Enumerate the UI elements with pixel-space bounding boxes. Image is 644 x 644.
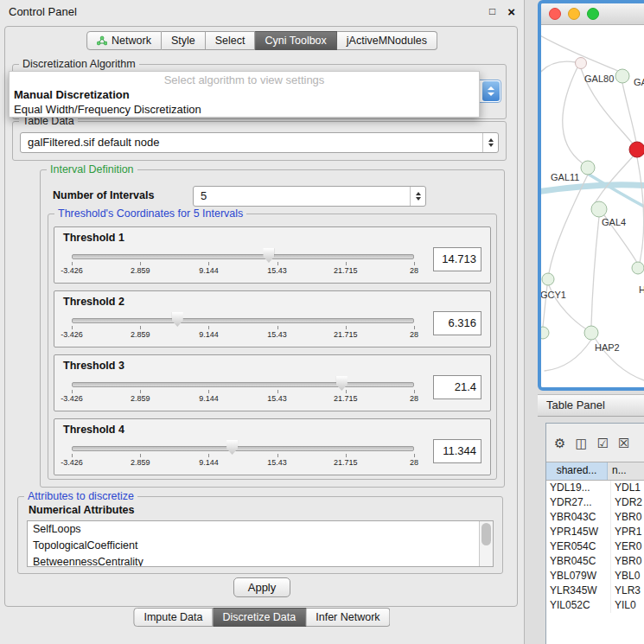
table-row[interactable]: YIL052CYIL0: [546, 598, 644, 613]
slider-tick: [140, 390, 141, 393]
slider-tick: [277, 262, 278, 265]
threshold-slider[interactable]: -3.4262.8599.14415.4321.71528: [72, 245, 414, 278]
minimize-window-icon[interactable]: [568, 8, 580, 20]
slider-tick: [140, 262, 141, 265]
network-edge[interactable]: [541, 61, 576, 77]
select-all-icon[interactable]: ☑: [597, 437, 609, 450]
control-panel-window: Control Panel □ × NetworkStyleSelectCyni…: [0, 0, 525, 644]
network-node[interactable]: [584, 326, 598, 340]
cell-shared-name: YLR345W: [546, 583, 611, 598]
slider-thumb[interactable]: [263, 248, 274, 263]
attribute-list: SelfLoopsTopologicalCoefficientBetweenne…: [28, 521, 479, 567]
slider-tick: [414, 454, 415, 457]
settings-icon[interactable]: ⚙: [554, 437, 565, 450]
close-panel-icon[interactable]: ×: [507, 4, 515, 19]
network-edge-highlighted[interactable]: [541, 185, 644, 192]
zoom-window-icon[interactable]: [587, 8, 599, 20]
table-panel-header[interactable]: Table Panel: [538, 394, 644, 417]
clear-selection-icon[interactable]: ☒: [618, 437, 629, 450]
network-edge[interactable]: [591, 217, 599, 326]
network-node[interactable]: [541, 327, 549, 339]
slider-tick: [72, 326, 73, 329]
tab-infer-network[interactable]: Infer Network: [306, 608, 390, 627]
network-node-selected[interactable]: [629, 142, 644, 157]
columns-icon[interactable]: ◫: [575, 437, 587, 450]
algorithm-option-equal-width-frequency-discretization[interactable]: Equal Width/Frequency Discretization: [10, 102, 479, 117]
network-node[interactable]: [591, 201, 607, 217]
slider-track: [72, 446, 414, 451]
network-window-titlebar[interactable]: [541, 3, 644, 25]
combo-stepper-icon[interactable]: [482, 81, 500, 101]
panel-title: Control Panel: [9, 5, 77, 18]
network-node[interactable]: [542, 273, 554, 285]
attributes-group-title: Attributes to discretize: [24, 490, 137, 502]
table-row[interactable]: YDL19...YDL1: [546, 481, 644, 495]
table-row[interactable]: YLR345WYLR3: [546, 583, 644, 598]
threshold-value-field[interactable]: 21.4: [433, 375, 481, 399]
network-node[interactable]: [576, 58, 587, 69]
num-intervals-combobox[interactable]: 5: [193, 186, 426, 207]
tab-style[interactable]: Style: [162, 31, 206, 50]
thresholds-group: Threshold's Coordinates for 5 Intervals …: [48, 214, 497, 480]
slider-thumb[interactable]: [336, 376, 348, 391]
threshold-slider[interactable]: -3.4262.8599.14415.4321.71528: [72, 309, 414, 342]
network-node[interactable]: [581, 161, 595, 175]
tab-jactivemnodules[interactable]: jActiveMNodules: [337, 31, 437, 50]
threshold-value-field[interactable]: 11.344: [433, 439, 481, 463]
tab-label: Style: [171, 35, 195, 47]
column-header-shared-name[interactable]: shared...: [546, 462, 608, 480]
tick-label: 9.144: [199, 394, 219, 403]
combo-arrows-icon[interactable]: [482, 133, 498, 152]
attribute-item-topologicalcoefficient[interactable]: TopologicalCoefficient: [28, 538, 479, 554]
network-node[interactable]: [632, 262, 644, 274]
tick-label: 15.43: [267, 266, 287, 275]
tab-impute-data[interactable]: Impute Data: [133, 608, 213, 627]
algorithm-option-manual-discretization[interactable]: Manual Discretization: [10, 87, 479, 102]
float-window-icon[interactable]: □: [489, 5, 495, 17]
tab-cyni-toolbox[interactable]: Cyni Toolbox: [255, 31, 336, 50]
network-edge[interactable]: [563, 67, 583, 163]
threshold-slider[interactable]: -3.4262.8599.14415.4321.71528: [72, 437, 414, 470]
attributes-group: Attributes to discretize Numerical Attri…: [17, 496, 503, 574]
scrollbar-thumb[interactable]: [481, 523, 491, 545]
threshold-value-field[interactable]: 6.316: [433, 311, 481, 335]
threshold-panel: Threshold 3-3.4262.8599.14415.4321.71528…: [54, 354, 491, 411]
threshold-value-field[interactable]: 14.713: [433, 247, 481, 271]
attribute-item-selfloops[interactable]: SelfLoops: [28, 521, 479, 538]
tick-label: 9.144: [199, 458, 219, 467]
table-row[interactable]: YPR145WYPR1: [546, 525, 644, 539]
table-row[interactable]: YBL079WYBL0: [546, 569, 644, 583]
tab-network[interactable]: Network: [86, 31, 162, 50]
slider-tick: [277, 326, 278, 329]
tick-label: 9.144: [199, 330, 219, 339]
network-edge[interactable]: [545, 340, 591, 371]
tick-label: 28: [410, 394, 418, 403]
network-edge[interactable]: [595, 155, 634, 203]
threshold-slider[interactable]: -3.4262.8599.14415.4321.71528: [72, 373, 414, 406]
tab-discretize-data[interactable]: Discretize Data: [214, 608, 307, 627]
network-canvas-area[interactable]: GAL80GAGAL11GAL4GCY1HHAP2: [541, 25, 644, 387]
table-row[interactable]: YBR043CYBR0: [546, 510, 644, 525]
table-row[interactable]: YER054CYER0: [546, 539, 644, 554]
close-window-icon[interactable]: [549, 8, 561, 20]
tab-select[interactable]: Select: [206, 31, 256, 50]
network-node[interactable]: [615, 69, 629, 83]
node-label-h: H: [639, 284, 644, 295]
table-row[interactable]: YDR27...YDR2: [546, 495, 644, 510]
network-canvas[interactable]: GAL80GAGAL11GAL4GCY1HHAP2: [541, 25, 644, 387]
interval-definition-group: Interval Definition Number of Intervals …: [40, 169, 505, 488]
column-header-name[interactable]: n...: [608, 462, 644, 480]
network-edge[interactable]: [637, 157, 644, 263]
slider-track: [72, 254, 414, 259]
tab-label: Infer Network: [316, 611, 379, 623]
slider-thumb[interactable]: [226, 440, 238, 455]
attribute-item-betweennesscentrality[interactable]: BetweennessCentrality: [28, 554, 479, 567]
slider-thumb[interactable]: [172, 312, 183, 327]
attributes-scrollbar[interactable]: [479, 521, 493, 566]
table-row[interactable]: YBR045CYBR0: [546, 554, 644, 569]
apply-button[interactable]: Apply: [233, 577, 290, 597]
combo-arrows-icon[interactable]: [410, 187, 425, 206]
table-data-combobox[interactable]: galFiltered.sif default node: [20, 132, 499, 153]
algorithm-popup-options: Manual DiscretizationEqual Width/Frequen…: [10, 87, 479, 117]
threshold-title: Threshold 4: [63, 424, 483, 436]
